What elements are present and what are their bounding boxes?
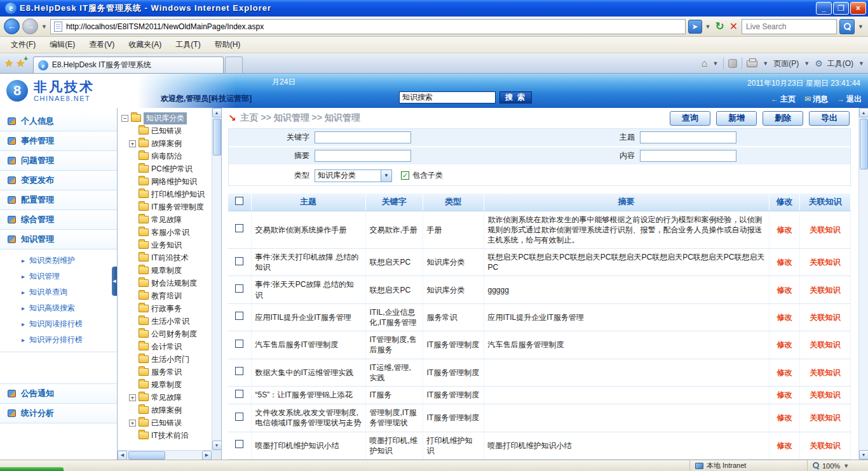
collapse-icon[interactable]: − bbox=[121, 115, 128, 122]
go-dropdown-icon[interactable]: ▼ bbox=[705, 23, 712, 30]
select-all-checkbox[interactable] bbox=[235, 197, 243, 205]
menu-item[interactable]: 帮助(H) bbox=[208, 37, 248, 53]
scroll-right-button[interactable]: ▶ bbox=[202, 451, 212, 460]
modify-link[interactable]: 修改 bbox=[777, 390, 792, 399]
refresh-button[interactable]: ↻ bbox=[714, 20, 725, 33]
nav-message-link[interactable]: ✉消息 bbox=[804, 94, 828, 105]
action-button[interactable]: 导出 bbox=[809, 111, 850, 126]
menu-item[interactable]: 收藏夹(A) bbox=[121, 37, 168, 53]
sidebar-subitem[interactable]: ▸知识阅读排行榜 bbox=[0, 316, 117, 332]
tree-item[interactable]: +常见故障 bbox=[120, 213, 212, 226]
related-link[interactable]: 关联知识 bbox=[810, 413, 841, 422]
scroll-up-button[interactable]: ▲ bbox=[859, 108, 868, 117]
browser-tab[interactable]: e E8.HelpDesk IT服务管理系统 bbox=[33, 56, 224, 73]
modify-link[interactable]: 修改 bbox=[777, 413, 792, 422]
column-header[interactable]: 摘要 bbox=[484, 194, 770, 211]
zoom-dropdown-icon[interactable]: ▼ bbox=[843, 463, 850, 469]
tree-item[interactable]: +业务知识 bbox=[120, 239, 212, 251]
scroll-thumb[interactable] bbox=[213, 119, 221, 156]
tree-item[interactable]: +生活小常识 bbox=[120, 315, 212, 328]
tree-item[interactable]: +IT服务管理制度 bbox=[120, 201, 212, 213]
tree-item[interactable]: +教育培训 bbox=[120, 289, 212, 302]
column-header[interactable]: 类型 bbox=[423, 194, 484, 211]
row-checkbox[interactable] bbox=[235, 340, 243, 348]
tree-item[interactable]: +病毒防治 bbox=[120, 150, 212, 163]
menu-item[interactable]: 工具(T) bbox=[168, 37, 207, 53]
row-checkbox[interactable] bbox=[235, 284, 243, 293]
tree-item[interactable]: +规章制度 bbox=[120, 378, 212, 391]
tree-item[interactable]: +打印机维护知识 bbox=[120, 188, 212, 201]
nav-exit-link[interactable]: →退出 bbox=[837, 94, 862, 105]
sidebar-subitem[interactable]: ▸知识管理 bbox=[0, 269, 117, 284]
gear-icon[interactable]: ⚙ bbox=[815, 59, 823, 68]
expand-icon[interactable]: + bbox=[129, 394, 136, 401]
add-favorite-icon[interactable]: ★ bbox=[16, 57, 25, 69]
menu-item[interactable]: 文件(F) bbox=[4, 37, 43, 53]
splitter-handle[interactable]: ◀ bbox=[112, 267, 117, 296]
tools-dropdown-icon[interactable]: ▼ bbox=[858, 60, 865, 67]
tree-item[interactable]: +客服小常识 bbox=[120, 226, 212, 239]
modify-link[interactable]: 修改 bbox=[777, 313, 792, 322]
type-select[interactable]: 知识库分类 ▼ bbox=[315, 169, 392, 182]
tree-item[interactable]: +PC维护常识 bbox=[120, 163, 212, 175]
sidebar-subitem[interactable]: ▸知识单查询 bbox=[0, 284, 117, 300]
sidebar-subitem[interactable]: ▸知识类别维护 bbox=[0, 253, 117, 269]
page-menu-button[interactable]: 页面(P) bbox=[773, 58, 799, 69]
row-checkbox[interactable] bbox=[235, 440, 243, 448]
modify-link[interactable]: 修改 bbox=[777, 340, 792, 349]
chevron-down-icon[interactable]: ▼ bbox=[381, 170, 391, 182]
page-dropdown-icon[interactable]: ▼ bbox=[803, 60, 810, 67]
action-button[interactable]: 删除 bbox=[763, 111, 803, 126]
modify-link[interactable]: 修改 bbox=[777, 441, 792, 450]
back-button[interactable]: ← bbox=[4, 18, 20, 34]
sidebar-item[interactable]: 配置管理 bbox=[0, 190, 117, 210]
scroll-thumb[interactable] bbox=[860, 119, 868, 169]
tree-item[interactable]: +已知错误 bbox=[120, 416, 212, 429]
tree-item[interactable]: +IT技术前沿 bbox=[120, 429, 212, 442]
print-icon[interactable] bbox=[747, 60, 757, 67]
tree-item[interactable]: +服务常识 bbox=[120, 366, 212, 378]
summary-input[interactable] bbox=[315, 150, 411, 162]
tree-item[interactable]: +故障案例 bbox=[120, 404, 212, 416]
home-dropdown-icon[interactable]: ▼ bbox=[712, 60, 719, 67]
sidebar-item[interactable]: 公告通知 bbox=[0, 384, 117, 404]
related-link[interactable]: 关联知识 bbox=[810, 313, 841, 322]
modify-link[interactable]: 修改 bbox=[777, 258, 792, 267]
tree-item[interactable]: +会计常识 bbox=[120, 340, 212, 353]
favorites-star-icon[interactable]: ★ bbox=[4, 57, 13, 69]
sidebar-item[interactable]: 事件管理 bbox=[0, 131, 117, 151]
live-search-box[interactable] bbox=[742, 19, 837, 34]
content-input[interactable] bbox=[640, 150, 736, 162]
sidebar-subitem[interactable]: ▸知识评分排行榜 bbox=[0, 332, 117, 348]
column-header[interactable]: 主题 bbox=[251, 194, 365, 211]
forward-button[interactable]: → bbox=[22, 18, 38, 34]
print-dropdown-icon[interactable]: ▼ bbox=[762, 60, 769, 67]
tree-item[interactable]: +已知错误 bbox=[120, 124, 212, 137]
tree-item[interactable]: +财会法规制度 bbox=[120, 277, 212, 289]
new-tab-stub[interactable] bbox=[225, 56, 243, 73]
sidebar-item[interactable]: 个人信息 bbox=[0, 112, 117, 131]
column-header[interactable]: 修改 bbox=[770, 194, 800, 211]
sidebar-item[interactable]: 问题管理 bbox=[0, 151, 117, 171]
scroll-down-button[interactable]: ▼ bbox=[859, 450, 868, 460]
go-button[interactable]: ➤ bbox=[688, 20, 702, 34]
tree-horizontal-scrollbar[interactable]: ◀ ▶ bbox=[118, 450, 212, 460]
action-button[interactable]: 查询 bbox=[670, 111, 710, 126]
tree-item[interactable]: +常见故障 bbox=[120, 391, 212, 404]
search-go-button[interactable] bbox=[839, 19, 855, 34]
tree-item[interactable]: +网络维护知识 bbox=[120, 175, 212, 188]
tree-item[interactable]: +故障案例 bbox=[120, 137, 212, 150]
tree-item[interactable]: +行政事务 bbox=[120, 302, 212, 315]
column-header[interactable]: 关联知识 bbox=[800, 194, 851, 211]
close-button[interactable]: × bbox=[850, 2, 866, 15]
related-link[interactable]: 关联知识 bbox=[810, 390, 841, 399]
feed-icon[interactable] bbox=[728, 59, 737, 68]
maximize-button[interactable]: ❐ bbox=[833, 2, 849, 15]
search-dropdown-icon[interactable]: ▼ bbox=[857, 23, 864, 30]
keyword-input[interactable] bbox=[315, 131, 411, 143]
tree-item[interactable]: +生活小窍门 bbox=[120, 353, 212, 366]
sidebar-item[interactable]: 综合管理 bbox=[0, 210, 117, 230]
tree-vertical-scrollbar[interactable]: ▲ ▼ bbox=[212, 108, 221, 450]
tree-root-node[interactable]: − 知识库分类 bbox=[120, 112, 212, 124]
search-submit-button[interactable]: 搜 索 bbox=[499, 91, 532, 103]
